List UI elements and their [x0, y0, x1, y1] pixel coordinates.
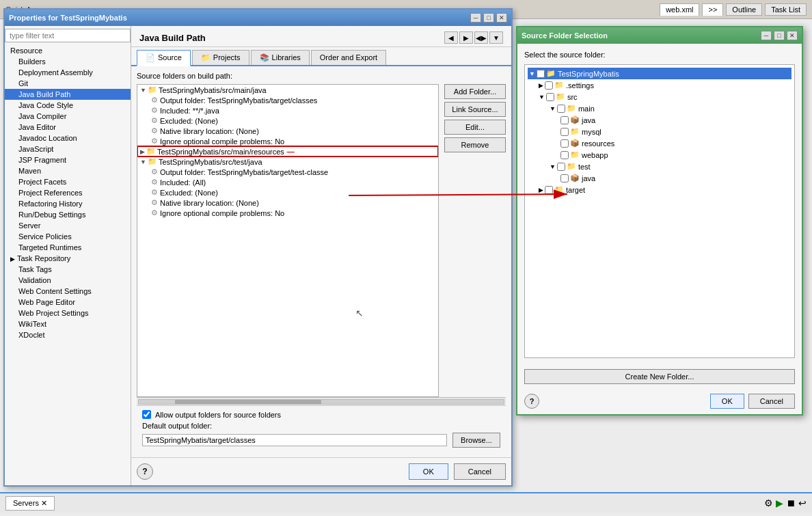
sidebar-item-java-editor[interactable]: Java Editor — [5, 122, 131, 133]
sidebar-item-maven[interactable]: Maven — [5, 165, 131, 176]
sfd-item-test[interactable]: ▼ 📁 test — [528, 161, 791, 172]
sidebar-item-deployment-assembly[interactable]: Deployment Assembly — [5, 67, 131, 78]
sfd-cancel-button[interactable]: Cancel — [748, 394, 795, 409]
nav-forward-button[interactable]: ▶ — [459, 31, 473, 44]
sidebar-item-server[interactable]: Server — [5, 220, 131, 231]
tree-item-test-java[interactable]: ▼ 📁 TestSpringMybatis/src/test/java — [137, 157, 438, 167]
sidebar-item-builders[interactable]: Builders — [5, 56, 131, 67]
tree-item-output-folder[interactable]: ⚙ Output folder: TestSpringMybatis/targe… — [137, 95, 438, 105]
sidebar-item-service-policies[interactable]: Service Policies — [5, 231, 131, 242]
sfd-checkbox-test[interactable] — [557, 163, 565, 171]
sfd-item-test-java[interactable]: 📦 java — [528, 172, 791, 184]
browse-button[interactable]: Browse... — [452, 433, 500, 448]
sfd-checkbox-webapp[interactable] — [560, 151, 569, 159]
create-new-folder-button[interactable]: Create New Folder... — [524, 369, 795, 384]
sfd-checkbox-settings[interactable] — [545, 81, 553, 90]
sfd-checkbox-target[interactable] — [545, 186, 553, 194]
sidebar-item-task-tags[interactable]: Task Tags — [5, 264, 131, 275]
sidebar-item-git[interactable]: Git — [5, 78, 131, 89]
sfd-item-java[interactable]: 📦 java — [528, 114, 791, 126]
output-folder-input[interactable] — [142, 434, 447, 446]
tree-item-test-ignore[interactable]: ⚙ Ignore optional compile problems: No — [137, 208, 438, 218]
sfd-checkbox-java[interactable] — [560, 116, 569, 124]
sidebar-item-task-repository[interactable]: ▶Task Repository — [5, 253, 131, 264]
sidebar-item-refactoring-history[interactable]: Refactoring History — [5, 198, 131, 209]
sidebar-item-java-code-style[interactable]: Java Code Style — [5, 100, 131, 111]
servers-tab[interactable]: Servers ✕ — [5, 496, 55, 511]
tree-item-test-output[interactable]: ⚙ Output folder: TestSpringMybatis/targe… — [137, 167, 438, 177]
tab-outline[interactable]: Outline — [726, 3, 762, 16]
sidebar-item-javascript[interactable]: JavaScript — [5, 144, 131, 154]
sfd-item-mysql[interactable]: 📁 mysql — [528, 126, 791, 137]
horizontal-scrollbar[interactable] — [137, 397, 506, 405]
sidebar-item-targeted-runtimes[interactable]: Targeted Runtimes — [5, 242, 131, 253]
sfd-item-src[interactable]: ▼ 📁 src — [528, 91, 791, 103]
tree-item-main-java[interactable]: ▼ 📁 TestSpringMybatis/src/main/java — [137, 85, 438, 95]
nav-back-button[interactable]: ◀ — [444, 31, 458, 44]
add-folder-button[interactable]: Add Folder... — [444, 84, 506, 99]
sfd-checkbox-root[interactable] — [537, 70, 545, 78]
close-button[interactable]: ✕ — [496, 13, 507, 23]
maximize-button[interactable]: □ — [483, 13, 494, 23]
tree-item-test-included[interactable]: ⚙ Included: (All) — [137, 177, 438, 187]
source-tree[interactable]: ▼ 📁 TestSpringMybatis/src/main/java ⚙ Ou… — [137, 84, 439, 397]
sfd-close-button[interactable]: ✕ — [787, 31, 798, 40]
tab-projects[interactable]: 📁Projects — [192, 50, 249, 65]
tab-libraries[interactable]: 📚Libraries — [251, 50, 310, 65]
sfd-minimize-button[interactable]: ─ — [761, 31, 772, 40]
remove-button[interactable]: Remove — [444, 137, 506, 152]
sidebar-item-java-build-path[interactable]: Java Build Path — [5, 89, 131, 100]
tab-web-xml[interactable]: web.xml — [660, 3, 699, 16]
sidebar-item-javadoc-location[interactable]: Javadoc Location — [5, 133, 131, 144]
sfd-checkbox-src[interactable] — [546, 93, 554, 101]
tree-item-test-native[interactable]: ⚙ Native library location: (None) — [137, 198, 438, 208]
scroll-thumb[interactable] — [175, 400, 321, 404]
tab-order-export[interactable]: Order and Export — [311, 50, 386, 65]
sidebar-item-java-compiler[interactable]: Java Compiler — [5, 111, 131, 122]
sidebar-item-wikitext[interactable]: WikiText — [5, 318, 131, 329]
sfd-help-button[interactable]: ? — [524, 394, 539, 409]
nav-dropdown-button[interactable]: ▼ — [489, 31, 503, 44]
taskbar-icon-play[interactable]: ▶ — [776, 498, 783, 508]
help-button[interactable]: ? — [137, 463, 153, 480]
sidebar-item-project-references[interactable]: Project References — [5, 187, 131, 198]
sidebar-item-validation[interactable]: Validation — [5, 275, 131, 286]
allow-output-checkbox[interactable] — [142, 410, 151, 419]
sfd-checkbox-mysql[interactable] — [560, 128, 569, 136]
sfd-item-webapp[interactable]: 📁 webapp — [528, 149, 791, 161]
sidebar-item-web-project-settings[interactable]: Web Project Settings — [5, 308, 131, 318]
link-source-button[interactable]: Link Source... — [444, 102, 506, 117]
sfd-item-settings[interactable]: ▶ 📁 .settings — [528, 79, 791, 91]
sfd-maximize-button[interactable]: □ — [774, 31, 785, 40]
tree-item-included[interactable]: ⚙ Included: **/*.java — [137, 105, 438, 116]
cancel-button[interactable]: Cancel — [454, 463, 506, 480]
nav-both-button[interactable]: ◀▶ — [474, 31, 488, 44]
sfd-ok-button[interactable]: OK — [710, 394, 744, 409]
sidebar-item-web-page-editor[interactable]: Web Page Editor — [5, 297, 131, 308]
taskbar-icon-3[interactable]: ↩ — [798, 498, 807, 508]
sfd-checkbox-main[interactable] — [557, 105, 565, 113]
ok-button[interactable]: OK — [409, 463, 448, 480]
tree-item-test-excluded[interactable]: ⚙ Excluded: (None) — [137, 187, 438, 198]
tree-item-main-resources[interactable]: ▶ 📁 TestSpringMybatis/src/main/resources… — [137, 146, 438, 157]
tree-item-excluded[interactable]: ⚙ Excluded: (None) — [137, 116, 438, 126]
sidebar-item-xdoclet[interactable]: XDoclet — [5, 329, 131, 340]
sfd-item-main[interactable]: ▼ 📁 main — [528, 103, 791, 114]
sfd-tree[interactable]: ▼ 📁 TestSpringMybatis ▶ 📁 .settings ▼ � — [524, 64, 795, 358]
sidebar-item-project-facets[interactable]: Project Facets — [5, 176, 131, 187]
sfd-item-root[interactable]: ▼ 📁 TestSpringMybatis — [528, 68, 791, 79]
sfd-item-target[interactable]: ▶ 📁 target — [528, 184, 791, 195]
sidebar-item-jsp-fragment[interactable]: JSP Fragment — [5, 154, 131, 165]
taskbar-icon-2[interactable]: ⏹ — [786, 498, 796, 508]
sidebar-item-run-debug-settings[interactable]: Run/Debug Settings — [5, 209, 131, 220]
tree-item-native-lib[interactable]: ⚙ Native library location: (None) — [137, 126, 438, 136]
tab-source[interactable]: 📄Source — [137, 50, 191, 66]
sfd-checkbox-resources[interactable] — [560, 139, 569, 148]
tab-more[interactable]: >> — [702, 3, 723, 16]
taskbar-icon-1[interactable]: ⚙ — [764, 498, 773, 508]
sidebar-item-resource[interactable]: Resource — [5, 45, 131, 56]
sfd-item-resources[interactable]: 📦 resources — [528, 137, 791, 149]
edit-button[interactable]: Edit... — [444, 120, 506, 135]
tree-item-ignore-compile[interactable]: ⚙ Ignore optional compile problems: No — [137, 136, 438, 146]
filter-input[interactable] — [5, 29, 131, 42]
